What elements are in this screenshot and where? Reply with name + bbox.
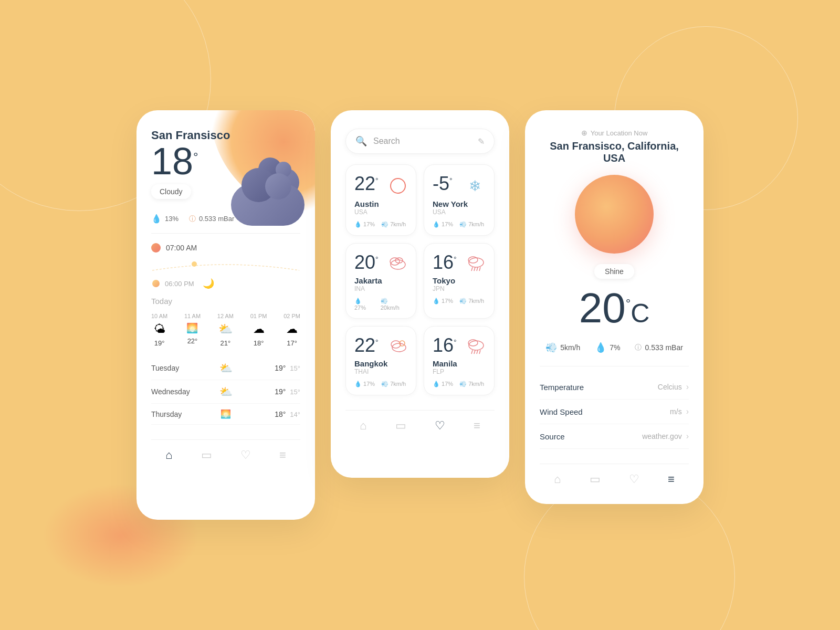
phone-san-francisco: San Fransisco 18° Cloudy 💧 13% ⓘ 0.533 m…: [136, 110, 315, 520]
city-country-manila: FLP: [433, 368, 486, 375]
city-card-austin[interactable]: 22° Austin USA 💧 17% 💨 7km/h: [345, 164, 416, 236]
settings-source-label: Source: [540, 432, 642, 441]
hourly-forecast: 10 AM 🌤 19° 11 AM 🌅 22° 12 AM ⛅ 21° 01 P…: [151, 313, 300, 347]
settings-windspeed[interactable]: Wind Speed m/s ›: [540, 400, 689, 424]
nav-home-p1[interactable]: ⌂: [165, 448, 172, 462]
nav-fav-p3[interactable]: ♡: [629, 472, 639, 486]
city-card-manila[interactable]: 16° Manila FLP: [424, 326, 495, 395]
svg-line-17: [471, 350, 472, 354]
weekly-row-thursday: Thursday 🌅 18°14°: [151, 404, 300, 425]
city-card-jakarta[interactable]: 20° Jakarta INA 💧 27% 💨 20km/h: [345, 243, 416, 319]
svg-point-13: [391, 341, 401, 348]
shine-badge: Shine: [540, 264, 689, 279]
p3-humidity: 💧 7%: [595, 342, 620, 353]
condition-badge: Cloudy: [151, 184, 191, 199]
edit-icon[interactable]: ✎: [478, 136, 485, 146]
bottom-nav-p1: ⌂ ▭ ♡ ≡: [151, 439, 300, 462]
weekly-row-tuesday: Tuesday ⛅ 19°15°: [151, 356, 300, 380]
city-country-bangkok: THAI: [354, 368, 407, 375]
nav-menu-p3[interactable]: ≡: [668, 472, 675, 486]
city-stats-austin: 💧 17% 💨 7km/h: [354, 221, 407, 228]
nav-fav-p1[interactable]: ♡: [240, 448, 251, 462]
settings-temperature-label: Temperature: [540, 383, 658, 392]
nav-home-p3[interactable]: ⌂: [554, 472, 561, 486]
city-country-jakarta: INA: [354, 285, 407, 292]
sunset-row: 06:00 PM 🌙: [151, 278, 300, 289]
city-card-tokyo[interactable]: 16° Tokyo JPN: [424, 243, 495, 319]
bottom-nav-p2: ⌂ ▭ ♡ ≡: [345, 410, 495, 433]
svg-point-4: [390, 258, 400, 265]
sun-arc-svg: [151, 259, 300, 271]
nav-menu-p2[interactable]: ≡: [474, 419, 480, 433]
humidity-stat: 💧 13%: [151, 214, 178, 224]
nav-chat-p1[interactable]: ▭: [201, 448, 212, 462]
sunset-dot: [152, 280, 160, 287]
hour-item-4: 02 PM ☁ 17°: [284, 313, 300, 347]
p3-wind: 💨 5km/h: [545, 342, 580, 353]
svg-line-10: [477, 267, 478, 271]
location-label: ⊕ Your Location Now: [540, 129, 689, 137]
settings-windspeed-arrow: ›: [686, 407, 689, 416]
city-name-manila: Manila: [433, 359, 486, 368]
shine-pill: Shine: [594, 264, 634, 279]
hour-item-0: 10 AM 🌤 19°: [151, 313, 167, 347]
settings-source-arrow: ›: [686, 432, 689, 441]
city-icon-newyork: ❄: [467, 176, 486, 195]
city-stats-newyork: 💧 17% 💨 7km/h: [433, 221, 486, 228]
location-icon: ⊕: [581, 129, 587, 137]
settings-temperature[interactable]: Temperature Celcius ›: [540, 375, 689, 400]
city-icon-tokyo: [466, 255, 486, 272]
phones-container: San Fransisco 18° Cloudy 💧 13% ⓘ 0.533 m…: [136, 110, 704, 520]
svg-text:❄: ❄: [469, 178, 481, 194]
city-country-austin: USA: [354, 208, 407, 216]
svg-line-11: [479, 267, 480, 271]
pressure-stat: ⓘ 0.533 mBar: [189, 214, 234, 224]
p3-pressure: ⓘ 0.533 mBar: [635, 342, 682, 353]
city-name-austin: Austin: [354, 200, 407, 208]
sunrise-row: 07:00 AM: [151, 243, 300, 253]
today-section: Today 10 AM 🌤 19° 11 AM 🌅 22° 12 AM ⛅ 21…: [151, 297, 300, 347]
cities-grid: 22° Austin USA 💧 17% 💨 7km/h: [345, 164, 495, 395]
city-icon-austin: [388, 176, 407, 195]
wind-icon-p3: 💨: [545, 342, 557, 353]
nav-chat-p2[interactable]: ▭: [395, 419, 406, 433]
settings-windspeed-value: m/s: [670, 407, 682, 416]
divider-p3: [540, 366, 689, 366]
big-temperature: 20°C: [540, 287, 689, 329]
settings-temperature-arrow: ›: [686, 382, 689, 392]
search-input[interactable]: Search: [373, 136, 471, 146]
search-icon: 🔍: [355, 135, 367, 147]
svg-point-1: [391, 178, 405, 193]
svg-point-0: [192, 261, 197, 267]
sunrise-dot: [151, 243, 161, 253]
city-stats-jakarta: 💧 27% 💨 20km/h: [354, 298, 407, 311]
city-card-bangkok[interactable]: 22° Bangkok THAI 💧 17% 💨 7km/h: [345, 326, 416, 395]
city-stats-manila: 💧 17% 💨 7km/h: [433, 381, 486, 387]
location-city: San Fransisco, California, USA: [540, 140, 689, 164]
search-bar[interactable]: 🔍 Search ✎: [345, 129, 495, 154]
city-name-newyork: New York: [433, 200, 486, 208]
city-icon-jakarta: [387, 255, 407, 272]
svg-line-9: [474, 267, 475, 271]
nav-home-p2[interactable]: ⌂: [360, 419, 366, 433]
sun-visual: [575, 175, 654, 254]
city-name-jakarta: Jakarta: [354, 276, 407, 285]
svg-line-19: [477, 350, 478, 354]
bottom-nav-p3: ⌂ ▭ ♡ ≡: [540, 464, 689, 486]
nav-fav-p2[interactable]: ♡: [435, 419, 445, 433]
city-country-tokyo: JPN: [433, 285, 486, 292]
city-stats-tokyo: 💧 17% 💨 7km/h: [433, 298, 486, 304]
temperature: 18°: [151, 142, 300, 180]
nav-chat-p3[interactable]: ▭: [590, 472, 601, 486]
phone-search: 🔍 Search ✎ 22° Austin USA: [331, 110, 509, 478]
svg-line-20: [479, 350, 480, 354]
nav-menu-p1[interactable]: ≡: [279, 448, 286, 462]
city-name-bangkok: Bangkok: [354, 359, 407, 368]
weekly-forecast: Tuesday ⛅ 19°15° Wednesday ⛅ 19°15° Thur…: [151, 356, 300, 425]
city-card-newyork[interactable]: -5° ❄ New York USA 💧 17% 💨 7km/h: [424, 164, 495, 236]
settings-source-value: weather.gov: [642, 432, 682, 440]
city-icon-bangkok: [387, 338, 407, 355]
city-name-tokyo: Tokyo: [433, 276, 486, 285]
pressure-icon-p3: ⓘ: [635, 343, 642, 352]
settings-source[interactable]: Source weather.gov ›: [540, 424, 689, 449]
